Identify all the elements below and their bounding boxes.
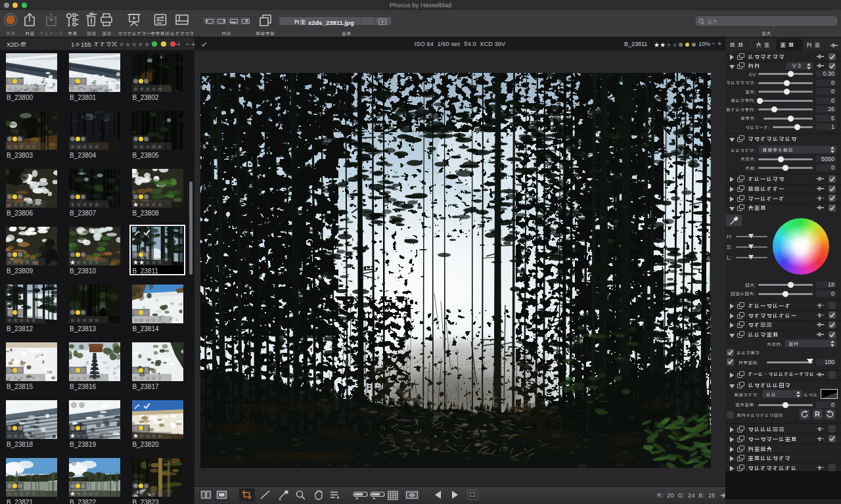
svg-text::: : (758, 392, 759, 398)
svg-text::: : (754, 282, 756, 288)
svg-text::: : (754, 165, 756, 171)
svg-text::: : (817, 392, 819, 398)
svg-text::: : (754, 106, 756, 112)
svg-text::: : (781, 341, 782, 347)
svg-text::: : (754, 80, 756, 86)
svg-text:EV:: EV: (749, 71, 757, 77)
svg-text::: : (754, 116, 756, 122)
svg-text::: : (769, 124, 770, 130)
svg-text::: : (754, 89, 756, 95)
svg-text::: : (758, 359, 759, 365)
svg-text::: : (754, 147, 756, 153)
svg-text::: : (754, 156, 756, 162)
svg-text::: : (754, 402, 756, 408)
svg-text::: : (754, 291, 756, 297)
svg-text::: : (754, 98, 756, 104)
